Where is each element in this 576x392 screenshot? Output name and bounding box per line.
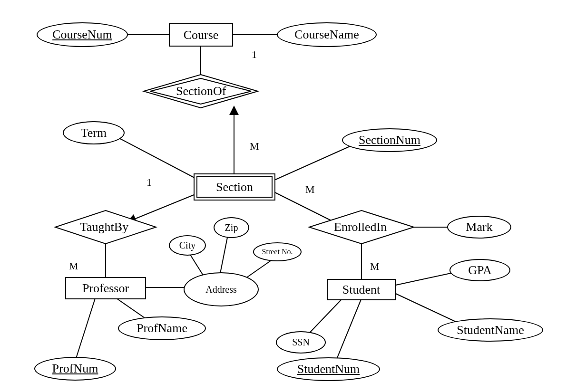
relationship-taughtby-label: TaughtBy	[80, 220, 128, 234]
relationship-enrolledin-label: EnrolledIn	[334, 220, 387, 234]
er-diagram: Course Section Professor Student Section…	[0, 0, 576, 392]
diamonds-layer	[0, 0, 576, 392]
relationship-sectionof-label: SectionOf	[176, 84, 226, 98]
